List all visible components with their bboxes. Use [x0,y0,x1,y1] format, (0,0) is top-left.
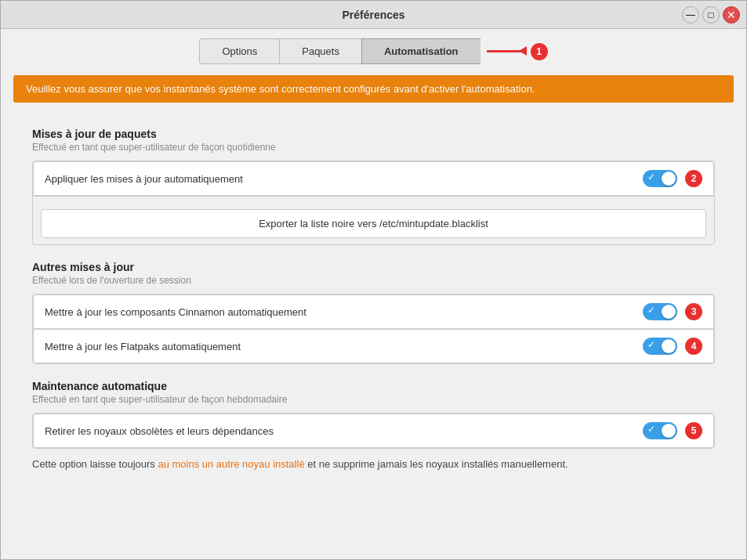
warning-text: Veuillez vous assurer que vos instantané… [26,83,535,95]
export-btn-row: Exporter la liste noire vers /etc/mintup… [33,196,714,244]
toggle1-thumb [662,172,676,186]
footnote: Cette option laisse toujours au moins un… [32,457,715,472]
section-title-2: Autres mises à jour [32,261,715,273]
toggle2-track: ✓ [643,303,677,320]
section-maintenance: Maintenance automatique Effectué en tant… [32,380,715,472]
close-button[interactable]: ✕ [723,6,740,23]
section-package-updates: Mises à jour de paquets Effectué en tant… [32,128,715,245]
toggle2-container: ✓ 3 [643,303,702,320]
minimize-button[interactable]: — [682,6,699,23]
toggle1-track: ✓ [643,170,677,187]
toggle3-track: ✓ [643,338,677,355]
footnote-before: Cette option laisse toujours [32,458,158,470]
toggle2[interactable]: ✓ [643,303,677,320]
main-content: Mises à jour de paquets Effectué en tant… [1,103,746,559]
tabs-bar: Options Paquets Automatisation 1 [1,29,746,64]
toggle3-label: Mettre à jour les Flatpaks automatiqueme… [45,341,241,352]
section-other-updates: Autres mises à jour Effectué lors de l'o… [32,261,715,364]
toggle1[interactable]: ✓ [643,170,677,187]
annotation-badge-4: 4 [685,338,702,355]
toggle3-thumb [662,339,676,353]
toggle3-check: ✓ [647,340,655,349]
toggle3[interactable]: ✓ [643,338,677,355]
warning-banner: Veuillez vous assurer que vos instantané… [13,75,734,103]
section-box-1: Appliquer les mises à jour automatiqueme… [32,161,715,245]
window-controls: — □ ✕ [682,6,740,23]
arrow-line [487,50,526,52]
toggle4-thumb [662,424,676,438]
preferences-window: Préférences — □ ✕ Options Paquets Automa… [0,0,747,560]
setting-row-3: Mettre à jour les Flatpaks automatiqueme… [33,329,714,363]
section-subtitle-3: Effectué en tant que super-utilisateur d… [32,394,715,405]
annotation-badge-2: 2 [685,170,702,187]
tab-options[interactable]: Options [199,38,279,64]
annotation-arrow-area: 1 [487,43,548,60]
toggle4-container: ✓ 5 [643,422,702,439]
annotation-badge-3: 3 [685,303,702,320]
section-title-1: Mises à jour de paquets [32,128,715,140]
footnote-highlight: au moins un autre noyau installé [158,458,304,470]
toggle2-thumb [662,305,676,319]
toggle4-label: Retirer les noyaux obsolètes et leurs dé… [45,425,274,437]
toggle1-label: Appliquer les mises à jour automatiqueme… [45,173,243,185]
maximize-button[interactable]: □ [702,6,720,23]
arrowhead [519,46,527,56]
toggle1-check: ✓ [647,172,655,182]
toggle4-check: ✓ [647,425,655,434]
titlebar: Préférences — □ ✕ [1,1,746,29]
section-subtitle-2: Effectué lors de l'ouverture de session [32,275,715,286]
annotation-badge-1: 1 [531,43,548,60]
section-title-3: Maintenance automatique [32,380,715,392]
tab-paquets[interactable]: Paquets [279,38,361,64]
setting-row-1: Appliquer les mises à jour automatiqueme… [33,161,714,196]
setting-row-2: Mettre à jour les composants Cinnamon au… [33,294,714,329]
annotation-badge-5: 5 [685,422,702,439]
setting-row-4: Retirer les noyaux obsolètes et leurs dé… [33,414,714,448]
toggle3-container: ✓ 4 [643,338,702,355]
footnote-after: et ne supprime jamais les noyaux install… [305,458,568,470]
tab-automatisation[interactable]: Automatisation [361,38,480,64]
toggle4[interactable]: ✓ [643,422,677,439]
toggle1-container: ✓ 2 [643,170,702,187]
section-subtitle-1: Effectué en tant que super-utilisateur d… [32,142,715,153]
toggle2-label: Mettre à jour les composants Cinnamon au… [45,306,306,318]
toggle4-track: ✓ [643,422,677,439]
section-box-2: Mettre à jour les composants Cinnamon au… [32,294,715,364]
toggle2-check: ✓ [647,305,655,315]
section-box-3: Retirer les noyaux obsolètes et leurs dé… [32,413,715,449]
window-title: Préférences [342,9,404,21]
export-blacklist-button[interactable]: Exporter la liste noire vers /etc/mintup… [41,209,706,238]
